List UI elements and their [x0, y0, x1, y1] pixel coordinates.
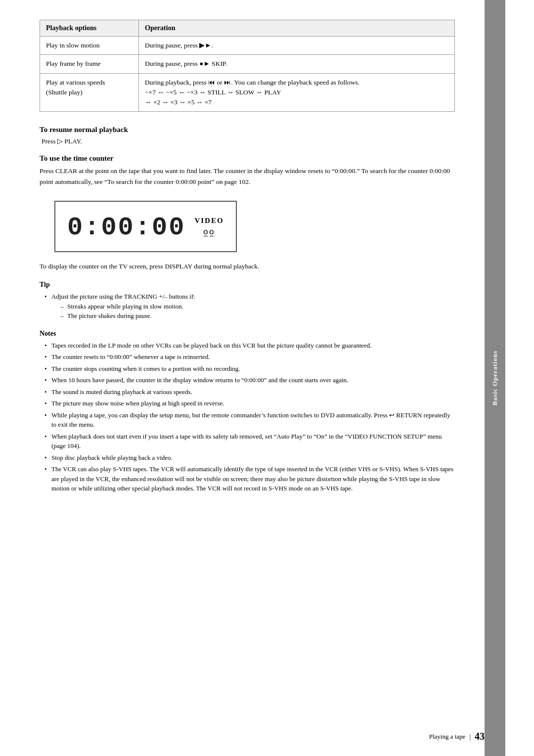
list-item: Streaks appear while playing in slow mot… [60, 302, 455, 311]
time-counter-body: Press CLEAR at the point on the tape tha… [40, 166, 455, 187]
table-cell-option: Play frame by frame [40, 55, 139, 73]
list-item: The picture shakes during pause. [60, 311, 455, 321]
sigma-symbol: ᴏ̲ᴏ̲ [203, 227, 215, 236]
table-row: Play at various speeds(Shuttle play)Duri… [40, 73, 455, 112]
table-header-operation: Operation [139, 20, 455, 37]
counter-display-box: 0:00:00 VIDEO ᴏ̲ᴏ̲ [54, 201, 237, 252]
page-wrapper: Playback options Operation Play in slow … [0, 0, 534, 756]
table-cell-option: Play in slow motion [40, 37, 139, 55]
resume-body: Press ▷ PLAY. [42, 137, 455, 145]
playback-table: Playback options Operation Play in slow … [40, 20, 455, 112]
resume-heading: To resume normal playback [40, 126, 455, 134]
list-item: Adjust the picture using the TRACKING +/… [44, 292, 455, 321]
table-cell-option: Play at various speeds(Shuttle play) [40, 73, 139, 112]
footer-page: 43 [475, 731, 485, 742]
table-cell-operation: During pause, press ●► SKIP. [139, 55, 455, 73]
notes-heading: Notes [40, 330, 455, 338]
side-tab: Basic Operations [485, 0, 505, 756]
list-item: The counter resets to “0:00:00” whenever… [44, 352, 455, 362]
footer: Playing a tape | 43 [429, 731, 485, 742]
table-header-options: Playback options [40, 20, 139, 37]
list-item: While playing a tape, you can display th… [44, 410, 455, 430]
counter-digits: 0:00:00 [67, 211, 185, 242]
table-cell-operation: During playback, press ⏮ or ⏭. You can c… [139, 73, 455, 112]
main-content: Playback options Operation Play in slow … [0, 0, 485, 756]
list-item: Stop disc playback while playing back a … [44, 453, 455, 463]
list-item: When playback does not start even if you… [44, 432, 455, 451]
list-item: The counter stops counting when it comes… [44, 364, 455, 374]
list-item: The picture may show noise when playing … [44, 399, 455, 408]
display-para: To display the counter on the TV screen,… [40, 261, 455, 272]
video-label-group: VIDEO ᴏ̲ᴏ̲ [194, 217, 223, 236]
list-item: The VCR can also play S-VHS tapes. The V… [44, 464, 455, 493]
tip-list: Adjust the picture using the TRACKING +/… [40, 292, 455, 321]
table-row: Play in slow motionDuring pause, press ▶… [40, 37, 455, 55]
side-tab-label: Basic Operations [491, 351, 499, 405]
footer-text: Playing a tape [429, 733, 466, 741]
table-row: Play frame by frameDuring pause, press ●… [40, 55, 455, 73]
list-item: Tapes recorded in the LP mode on other V… [44, 341, 455, 351]
list-item: When 10 hours have passed, the counter i… [44, 375, 455, 385]
footer-separator: | [469, 733, 471, 741]
time-counter-heading: To use the time counter [40, 154, 455, 163]
video-text: VIDEO [194, 217, 223, 225]
tip-heading: Tip [40, 281, 455, 289]
list-item: The sound is muted during playback at va… [44, 387, 455, 397]
table-cell-operation: During pause, press ▶►. [139, 37, 455, 55]
notes-list: Tapes recorded in the LP mode on other V… [40, 341, 455, 493]
